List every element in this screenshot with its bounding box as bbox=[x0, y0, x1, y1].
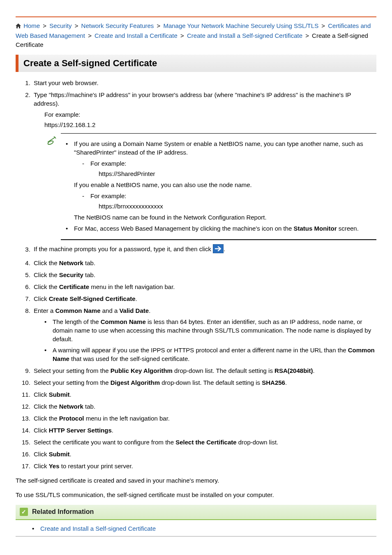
note-eg2-value: https://brnxxxxxxxxxxxx bbox=[90, 202, 373, 210]
s17-pre: Click bbox=[34, 462, 49, 469]
s6-pre: Click the bbox=[34, 283, 59, 290]
breadcrumb-sep: > bbox=[179, 32, 185, 39]
s5-post: tab. bbox=[83, 271, 95, 278]
s15-pre: Select the certificate you want to confi… bbox=[34, 439, 175, 446]
step-8-sub1: The length of the Common Name is less th… bbox=[44, 317, 376, 343]
related-link[interactable]: Create and Install a Self-signed Certifi… bbox=[40, 525, 156, 532]
s15-bold: Select the Certificate bbox=[175, 439, 236, 446]
s5-pre: Click the bbox=[34, 271, 59, 278]
note-bullets: If you are using a Domain Name System or… bbox=[64, 139, 373, 233]
step-4: Click the Network tab. bbox=[32, 259, 376, 267]
note-eg-label: For example: bbox=[90, 160, 127, 167]
breadcrumb-item-text: Security bbox=[49, 22, 71, 29]
s14-bold: HTTP Server Settings bbox=[49, 427, 112, 434]
s7-bold: Create Self-Signed Certificate bbox=[49, 295, 136, 302]
s7-post: . bbox=[136, 295, 137, 302]
note-p3: The NetBIOS name can be found in the Net… bbox=[74, 213, 373, 222]
s5-bold: Security bbox=[59, 271, 83, 278]
s8s1-pre: The length of the bbox=[53, 318, 101, 325]
breadcrumb-security[interactable]: Security bbox=[49, 22, 71, 29]
note-bullet-1: If you are using a Domain Name System or… bbox=[66, 139, 373, 222]
note-dash-2: For example: https://brnxxxxxxxxxxxx bbox=[82, 192, 373, 210]
step-text: Type "https://machine's IP address" in y… bbox=[34, 91, 351, 107]
step-12: Click the Network tab. bbox=[32, 402, 376, 411]
related-links: Create and Install a Self-signed Certifi… bbox=[16, 520, 376, 536]
s10-bold2: SHA256 bbox=[262, 379, 285, 386]
note-eg2-label: For example: bbox=[90, 192, 127, 199]
s8-mid: and a bbox=[101, 307, 120, 314]
s11-post: . bbox=[70, 391, 71, 398]
s10-bold: Digest Algorithm bbox=[111, 379, 160, 386]
step-8-sub2: A warning will appear if you use the IPP… bbox=[44, 346, 376, 363]
home-icon bbox=[16, 22, 21, 31]
s9-bold2: RSA(2048bit) bbox=[274, 367, 313, 374]
arrow-right-icon bbox=[213, 244, 224, 255]
step-5: Click the Security tab. bbox=[32, 271, 376, 279]
s12-post: tab. bbox=[83, 403, 95, 410]
step-13: Click the Protocol menu in the left navi… bbox=[32, 414, 376, 423]
s13-pre: Click the bbox=[34, 415, 59, 422]
note-dash-list: For example: https://SharedPrinter bbox=[74, 159, 373, 178]
breadcrumb: Home > Security > Network Security Featu… bbox=[16, 21, 376, 50]
breadcrumb-network-security[interactable]: Network Security Features bbox=[81, 22, 154, 29]
breadcrumb-sep: > bbox=[74, 22, 80, 29]
s16-post: . bbox=[70, 451, 71, 458]
s8s2-post: that was used for the self-signed certif… bbox=[69, 355, 190, 362]
breadcrumb-home[interactable]: Home bbox=[23, 22, 40, 29]
s6-bold: Certificate bbox=[59, 283, 89, 290]
page-title: Create a Self-signed Certificate bbox=[23, 57, 371, 70]
step-2-example-value: https://192.168.1.2 bbox=[44, 120, 376, 129]
s10-post: . bbox=[285, 379, 287, 386]
steps-list: Start your web browser. Type "https://ma… bbox=[16, 79, 376, 470]
step-7: Click Create Self-Signed Certificate. bbox=[32, 294, 376, 303]
breadcrumb-create-selfsigned[interactable]: Create and Install a Self-signed Certifi… bbox=[187, 32, 302, 39]
s17-bold: Yes bbox=[49, 462, 60, 469]
closing-1: The self-signed certificate is created a… bbox=[16, 476, 376, 485]
note-bullet-2: For Mac, access Web Based Management by … bbox=[66, 224, 373, 233]
note-eg-value: https://SharedPrinter bbox=[90, 169, 373, 178]
step-1: Start your web browser. bbox=[32, 79, 376, 87]
step-8: Enter a Common Name and a Valid Date. Th… bbox=[32, 306, 376, 363]
breadcrumb-home-text: Home bbox=[23, 22, 40, 29]
step-16: Click Submit. bbox=[32, 450, 376, 458]
s8s1-bold: Common Name bbox=[101, 318, 146, 325]
s7-pre: Click bbox=[34, 295, 49, 302]
s16-bold: Submit bbox=[49, 451, 70, 458]
breadcrumb-create-install[interactable]: Create and Install a Certificate bbox=[95, 32, 178, 39]
s4-bold: Network bbox=[59, 259, 83, 266]
note-b2-pre: For Mac, access Web Based Management by … bbox=[74, 225, 294, 232]
s13-bold: Protocol bbox=[59, 415, 84, 422]
note-b2-bold: Status Monitor bbox=[294, 225, 337, 232]
s12-pre: Click the bbox=[34, 403, 59, 410]
breadcrumb-item-text: Manage Your Network Machine Securely Usi… bbox=[163, 22, 318, 29]
breadcrumb-manage-ssl[interactable]: Manage Your Network Machine Securely Usi… bbox=[163, 22, 318, 29]
note-dash-list-2: For example: https://brnxxxxxxxxxxxx bbox=[74, 192, 373, 210]
step-3-post: . bbox=[224, 246, 225, 253]
s14-post: . bbox=[112, 427, 113, 434]
note-p2: If you enable a NetBIOS name, you can al… bbox=[74, 180, 373, 189]
note-b2-post: screen. bbox=[337, 225, 359, 232]
step-8-subbullets: The length of the Common Name is less th… bbox=[34, 317, 376, 363]
svg-point-0 bbox=[47, 140, 54, 145]
top-rule bbox=[16, 16, 376, 17]
breadcrumb-item-text: Create and Install a Self-signed Certifi… bbox=[187, 32, 302, 39]
note-text: If you are using a Domain Name System or… bbox=[74, 140, 363, 156]
step-3: If the machine prompts you for a passwor… bbox=[32, 244, 376, 255]
page-title-bar: Create a Self-signed Certificate bbox=[16, 55, 376, 72]
related-title: Related Information bbox=[32, 507, 94, 516]
breadcrumb-sep: > bbox=[42, 22, 48, 29]
step-17: Click Yes to restart your print server. bbox=[32, 462, 376, 470]
breadcrumb-item-text: Create and Install a Certificate bbox=[95, 32, 178, 39]
s10-mid: drop-down list. The default setting is bbox=[160, 379, 262, 386]
s13-post: menu in the left navigation bar. bbox=[84, 415, 170, 422]
related-link-text: Create and Install a Self-signed Certifi… bbox=[40, 525, 156, 532]
s6-post: menu in the left navigation bar. bbox=[89, 283, 175, 290]
step-text: Start your web browser. bbox=[34, 79, 99, 86]
s8-b1: Common Name bbox=[55, 307, 101, 314]
s17-post: to restart your print server. bbox=[60, 462, 133, 469]
s8-b2: Valid Date bbox=[119, 307, 149, 314]
s4-pre: Click the bbox=[34, 259, 59, 266]
step-15: Select the certificate you want to confi… bbox=[32, 438, 376, 446]
s4-post: tab. bbox=[83, 259, 95, 266]
s11-pre: Click bbox=[34, 391, 49, 398]
